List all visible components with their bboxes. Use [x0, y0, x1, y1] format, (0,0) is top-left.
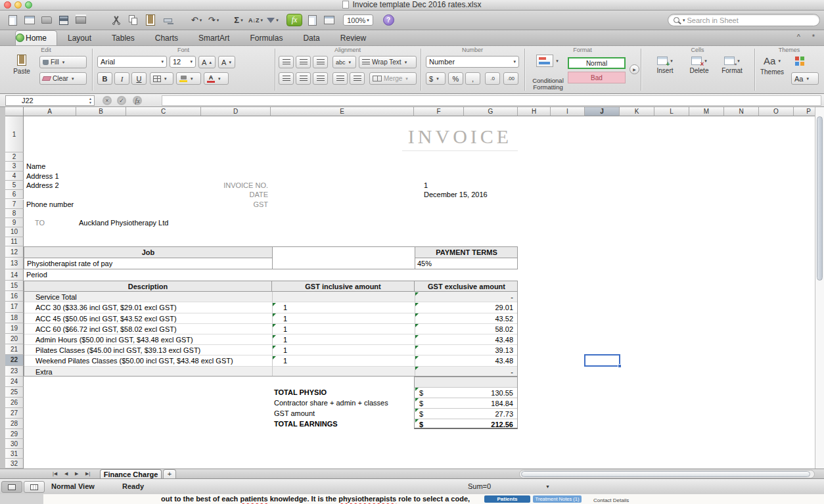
selected-cell-j22[interactable] — [584, 354, 620, 366]
ribbon-settings-icon[interactable]: * — [812, 33, 815, 41]
decrease-indent-button[interactable] — [332, 72, 348, 85]
merge-button[interactable]: Merge▾ — [369, 72, 417, 85]
sum-menu-arrow-icon[interactable]: ▼ — [545, 484, 550, 489]
row-header-15[interactable]: 15 — [5, 281, 24, 291]
filter-dropdown-icon[interactable]: ▾ — [276, 18, 279, 23]
zoom-select[interactable]: 100%▾ — [343, 14, 373, 26]
background-tab-treatment-notes[interactable]: Treatment Notes (1) — [533, 495, 582, 503]
row-header-4[interactable]: 4 — [5, 172, 24, 181]
open-button[interactable] — [39, 12, 54, 28]
column-header-c[interactable]: C — [126, 107, 201, 116]
font-color-button[interactable]: A▾ — [204, 72, 229, 85]
borders-button[interactable]: ▾ — [150, 72, 173, 85]
rate-label-cell[interactable]: Physiotherapist rate of pay — [27, 258, 112, 269]
help-button[interactable]: ? — [381, 12, 396, 28]
theme-colors-icon[interactable] — [795, 57, 804, 66]
clear-button[interactable]: Clear▾ — [39, 72, 87, 85]
row-header-18[interactable]: 18 — [5, 313, 24, 323]
background-tab-patients[interactable]: Patients — [484, 495, 530, 503]
column-header-a[interactable]: A — [24, 107, 76, 116]
row-header-2[interactable]: 2 — [5, 152, 24, 162]
align-top-button[interactable] — [279, 56, 294, 68]
redo-dropdown-icon[interactable]: ▾ — [217, 18, 219, 23]
copy-button[interactable] — [126, 12, 141, 28]
row-header-32[interactable]: 32 — [5, 459, 24, 469]
row-header-24[interactable]: 24 — [5, 377, 24, 387]
cancel-button[interactable]: × — [103, 96, 112, 105]
row-header-28[interactable]: 28 — [5, 419, 24, 429]
total-amount-row[interactable]: $184.84 — [415, 398, 518, 409]
undo-button[interactable]: ↶▾ — [189, 12, 204, 28]
ribbon-tab-smartart[interactable]: SmartArt — [189, 31, 239, 45]
theme-fonts-button[interactable]: Aa▾ — [791, 72, 819, 85]
align-middle-button[interactable] — [296, 56, 311, 68]
fill-handle[interactable] — [618, 364, 622, 368]
currency-format-button[interactable]: $▾ — [426, 72, 446, 85]
row-header-5[interactable]: 5 — [5, 181, 24, 190]
themes-button[interactable]: Aa▾ Themes — [757, 55, 787, 76]
cell-style-normal[interactable]: Normal — [568, 57, 626, 69]
row-header-20[interactable]: 20 — [5, 334, 24, 344]
name-box[interactable]: J22 ▲▼ — [5, 95, 95, 106]
first-sheet-icon[interactable]: |◀ — [53, 471, 57, 476]
sheet-tab-finance-charge[interactable]: Finance Charge — [100, 469, 162, 479]
templates-button[interactable] — [22, 12, 37, 28]
align-center-button[interactable] — [296, 72, 311, 85]
insert-function-button[interactable]: fx — [133, 96, 142, 105]
cell-name[interactable]: Name — [26, 162, 45, 171]
row-header-31[interactable]: 31 — [5, 449, 24, 459]
next-sheet-icon[interactable]: ▶ — [75, 471, 78, 476]
row-header-19[interactable]: 19 — [5, 323, 24, 334]
row-header-6[interactable]: 6 — [5, 190, 24, 199]
format-cells-button[interactable]: ▪▾ Format — [717, 57, 747, 74]
total-amount-row[interactable]: $27.73 — [415, 409, 518, 419]
invoice-item-row[interactable]: Admin Hours ($50.00 incl GST, $43.48 exc… — [24, 334, 518, 345]
percent-format-button[interactable]: % — [448, 72, 463, 85]
autosum-dropdown-icon[interactable]: ▾ — [240, 18, 243, 23]
collapse-ribbon-icon[interactable]: ^ — [797, 33, 800, 41]
cell-address2[interactable]: Address 2 — [26, 181, 59, 190]
prev-sheet-icon[interactable]: ◀ — [64, 471, 68, 476]
number-format-select[interactable]: Number▾ — [426, 56, 519, 68]
font-family-select[interactable]: Arial▾ — [97, 56, 167, 68]
conditional-formatting-button[interactable]: ▾ — [531, 55, 564, 67]
page-layout-view-button[interactable] — [24, 481, 45, 493]
row-header-17[interactable]: 17 — [5, 302, 24, 312]
new-workbook-button[interactable] — [5, 12, 20, 28]
row-header-13[interactable]: 13 — [5, 258, 24, 269]
format-painter-button[interactable] — [160, 12, 175, 28]
ribbon-tab-charts[interactable]: Charts — [145, 31, 188, 45]
underline-button[interactable]: U — [131, 72, 147, 85]
paste-button[interactable]: Paste — [8, 55, 35, 75]
cut-button[interactable] — [109, 12, 124, 28]
column-header-m[interactable]: M — [689, 107, 724, 116]
align-left-button[interactable] — [279, 72, 294, 85]
italic-button[interactable]: I — [114, 72, 129, 85]
last-sheet-icon[interactable]: ▶| — [85, 471, 90, 476]
column-header-d[interactable]: D — [201, 107, 271, 116]
rate-value-cell[interactable]: 45% — [417, 258, 432, 269]
sort-dropdown-icon[interactable]: ▾ — [261, 18, 263, 23]
row-header-9[interactable]: 9 — [5, 218, 24, 227]
formula-builder-button[interactable]: fx — [286, 12, 302, 28]
bold-button[interactable]: B — [97, 72, 112, 85]
column-header-e[interactable]: E — [271, 107, 414, 116]
row-header-23[interactable]: 23 — [5, 366, 24, 377]
sort-button[interactable]: A↓Z▾ — [248, 12, 263, 28]
row-header-29[interactable]: 29 — [5, 429, 24, 439]
insert-cells-button[interactable]: +▾ Insert — [650, 57, 680, 74]
decrease-font-button[interactable]: A▼ — [218, 56, 235, 68]
invoice-item-row[interactable]: Pilates Classes ($45.00 incl GST, $39.13… — [24, 345, 518, 355]
row-header-11[interactable]: 11 — [5, 237, 24, 246]
to-name[interactable]: Auckland Physiotherapy Ltd — [79, 218, 168, 227]
font-size-select[interactable]: 12▾ — [170, 56, 196, 68]
row-header-22[interactable]: 22 — [5, 355, 24, 365]
column-header-g[interactable]: G — [464, 107, 518, 116]
save-button[interactable] — [57, 12, 71, 28]
row-header-10[interactable]: 10 — [5, 227, 24, 237]
job-header-cell[interactable]: Job — [24, 247, 272, 258]
invoice-item-row[interactable]: ACC 30 ($33.36 incl GST, $29.01 excl GST… — [24, 302, 518, 313]
formula-input[interactable] — [162, 95, 821, 106]
row-header-1[interactable]: 1 — [5, 116, 24, 152]
search-scope-dropdown-icon[interactable]: ▾ — [683, 18, 685, 23]
